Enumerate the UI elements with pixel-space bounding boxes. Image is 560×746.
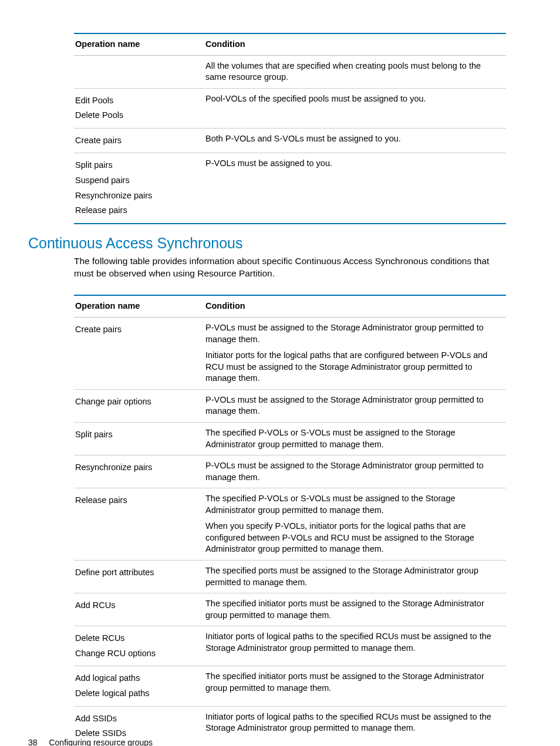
table-operations-1: Operation name Condition All the volumes… xyxy=(74,33,506,224)
operation-name: Delete RCUs xyxy=(75,631,201,646)
table-row: Delete RCUsChange RCU optionsInitiator p… xyxy=(74,626,506,666)
table-row: Add logical pathsDelete logical pathsThe… xyxy=(74,666,506,706)
operation-cell: Edit PoolsDelete Pools xyxy=(74,88,204,128)
table2-header-op: Operation name xyxy=(74,295,204,317)
condition-cell: Initiator ports of logical paths to the … xyxy=(204,626,506,666)
condition-cell: P-VOLs must be assigned to you. xyxy=(204,153,506,224)
operation-cell: Create pairs xyxy=(74,318,204,390)
table-row: Define port attributesThe specified port… xyxy=(74,561,506,593)
condition-cell: The specified initiator ports must be as… xyxy=(204,666,506,706)
operation-name xyxy=(75,60,201,64)
operation-name: Edit Pools xyxy=(75,93,201,109)
table1-body: All the volumes that are specified when … xyxy=(74,55,506,224)
table-row: Split pairsThe specified P-VOLs or S-VOL… xyxy=(74,422,506,455)
operation-name: Resynchronize pairs xyxy=(75,188,201,204)
operation-name: Split pairs xyxy=(75,158,201,173)
operation-name: Add RCUs xyxy=(75,598,201,613)
condition-cell: The specified P-VOLs or S-VOLs must be a… xyxy=(204,488,506,561)
section-intro: The following table provides information… xyxy=(74,255,508,280)
operation-cell: Define port attributes xyxy=(74,561,204,593)
condition-text: Initiator ports of logical paths to the … xyxy=(205,631,502,654)
operation-name: Add logical paths xyxy=(75,671,201,686)
condition-cell: P-VOLs must be assigned to the Storage A… xyxy=(204,318,506,390)
condition-text: The specified initiator ports must be as… xyxy=(205,598,502,621)
page-footer: 38 Configuring resource groups xyxy=(28,738,153,746)
condition-text: The specified P-VOLs or S-VOLs must be a… xyxy=(205,493,502,516)
operation-cell: Change pair options xyxy=(74,389,204,422)
condition-text: P-VOLs must be assigned to you. xyxy=(205,158,502,170)
table-row: Change pair optionsP-VOLs must be assign… xyxy=(74,389,506,422)
table-row: Split pairsSuspend pairsResynchronize pa… xyxy=(74,153,506,224)
table2-body: Create pairsP-VOLs must be assigned to t… xyxy=(74,318,506,746)
condition-cell: Both P-VOLs and S-VOLs must be assigned … xyxy=(204,128,506,153)
condition-text: The specified ports must be assigned to … xyxy=(205,565,502,588)
condition-cell: All the volumes that are specified when … xyxy=(204,55,506,88)
table1-header-cond: Condition xyxy=(204,33,506,55)
operation-cell: Split pairs xyxy=(74,422,204,455)
operation-name: Release pairs xyxy=(75,493,201,508)
table-operations-2: Operation name Condition Create pairsP-V… xyxy=(74,295,506,746)
table-row: Release pairsThe specified P-VOLs or S-V… xyxy=(74,488,506,561)
condition-cell: Initiator ports of logical paths to the … xyxy=(204,706,506,746)
condition-cell: The specified initiator ports must be as… xyxy=(204,593,506,626)
condition-text: The specified initiator ports must be as… xyxy=(205,671,502,694)
condition-text: Initiator ports for the logical paths th… xyxy=(205,350,502,384)
condition-cell: The specified P-VOLs or S-VOLs must be a… xyxy=(204,422,506,455)
operation-name: Split pairs xyxy=(75,427,201,443)
condition-cell: P-VOLs must be assigned to the Storage A… xyxy=(204,455,506,488)
condition-text: All the volumes that are specified when … xyxy=(205,60,502,83)
operation-name: Delete Pools xyxy=(75,108,201,123)
operation-cell: Create pairs xyxy=(74,128,204,153)
operation-name: Add SSIDs xyxy=(75,711,201,727)
table-row: Edit PoolsDelete PoolsPool-VOLs of the s… xyxy=(74,88,506,128)
operation-name: Create pairs xyxy=(75,322,201,337)
condition-cell: Pool-VOLs of the specified pools must be… xyxy=(204,88,506,128)
condition-text: Initiator ports of logical paths to the … xyxy=(205,711,502,734)
operation-cell xyxy=(74,55,204,88)
condition-cell: P-VOLs must be assigned to the Storage A… xyxy=(204,389,506,422)
operation-name: Create pairs xyxy=(75,133,201,148)
condition-text: The specified P-VOLs or S-VOLs must be a… xyxy=(205,427,502,450)
table-row: Add RCUsThe specified initiator ports mu… xyxy=(74,593,506,626)
table-row: All the volumes that are specified when … xyxy=(74,55,506,88)
table-row: Resynchronize pairsP-VOLs must be assign… xyxy=(74,455,506,488)
operation-cell: Split pairsSuspend pairsResynchronize pa… xyxy=(74,153,204,224)
operation-cell: Release pairs xyxy=(74,488,204,561)
table1-header-op: Operation name xyxy=(74,33,204,55)
operation-name: Change pair options xyxy=(75,394,201,410)
operation-cell: Delete RCUsChange RCU options xyxy=(74,626,204,666)
operation-cell: Add logical pathsDelete logical paths xyxy=(74,666,204,706)
operation-cell: Resynchronize pairs xyxy=(74,455,204,488)
condition-text: When you specify P-VOLs, initiator ports… xyxy=(205,521,502,555)
footer-section: Configuring resource groups xyxy=(49,738,153,746)
operation-name: Define port attributes xyxy=(75,565,201,580)
condition-text: Pool-VOLs of the specified pools must be… xyxy=(205,93,502,105)
operation-cell: Add RCUs xyxy=(74,593,204,626)
condition-text: P-VOLs must be assigned to the Storage A… xyxy=(205,322,502,345)
operation-name: Delete logical paths xyxy=(75,686,201,701)
table2-header-cond: Condition xyxy=(204,295,506,317)
condition-cell: The specified ports must be assigned to … xyxy=(204,561,506,593)
section-title: Continuous Access Synchronous xyxy=(28,235,508,252)
table-row: Create pairsP-VOLs must be assigned to t… xyxy=(74,318,506,390)
condition-text: P-VOLs must be assigned to the Storage A… xyxy=(205,394,502,417)
operation-name: Resynchronize pairs xyxy=(75,460,201,475)
operation-name: Change RCU options xyxy=(75,646,201,661)
condition-text: Both P-VOLs and S-VOLs must be assigned … xyxy=(205,133,502,145)
page-number: 38 xyxy=(28,738,38,746)
operation-name: Release pairs xyxy=(75,203,201,218)
table-row: Create pairsBoth P-VOLs and S-VOLs must … xyxy=(74,128,506,153)
operation-name: Suspend pairs xyxy=(75,173,201,188)
condition-text: P-VOLs must be assigned to the Storage A… xyxy=(205,460,502,483)
